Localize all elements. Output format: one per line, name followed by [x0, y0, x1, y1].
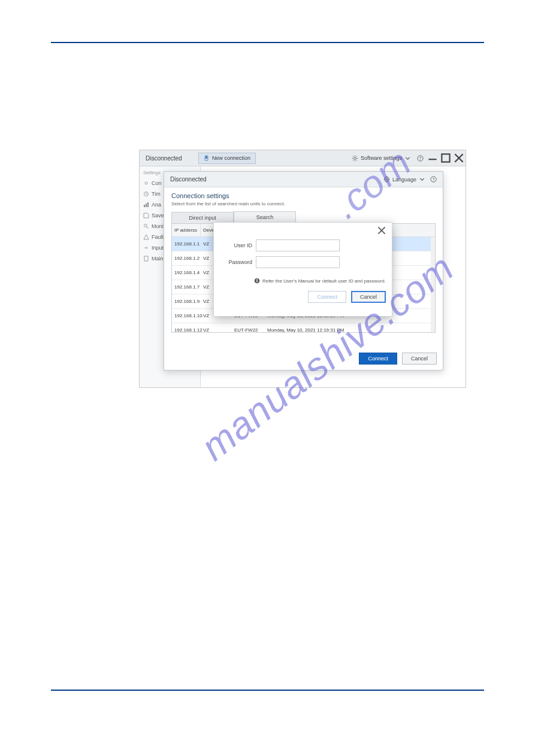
- page-rule-bottom: [51, 690, 484, 691]
- software-settings-menu[interactable]: Software settings: [348, 155, 415, 162]
- dialog-titlebar: Disconnected Language ?: [164, 172, 443, 187]
- chevron-down-icon: [419, 176, 425, 183]
- close-icon[interactable]: [377, 226, 386, 235]
- new-connection-button[interactable]: New connection: [198, 153, 256, 164]
- sidebar-item-label: Fault: [152, 234, 164, 240]
- cell-ip: 192.168.1.10: [172, 309, 201, 323]
- cell-eut: EUT-FW22: [232, 323, 265, 333]
- svg-rect-14: [442, 154, 449, 162]
- section-title: Connection settings: [171, 192, 436, 199]
- page-rule-top: [51, 42, 484, 43]
- chevron-down-icon: [404, 155, 411, 162]
- plug-icon: [143, 245, 149, 251]
- password-label: Password: [220, 259, 256, 265]
- device-icon: [143, 256, 149, 262]
- connect-button[interactable]: Connect: [359, 353, 397, 365]
- cell-ip: 192.168.1.1: [172, 237, 201, 251]
- sidebar-item-label: Ana: [152, 202, 161, 208]
- new-connection-label: New connection: [212, 155, 250, 161]
- device-icon: [204, 155, 210, 161]
- alert-icon: [143, 234, 149, 240]
- dialog-title: Disconnected: [170, 176, 207, 183]
- svg-line-9: [356, 156, 357, 156]
- svg-point-34: [256, 279, 258, 280]
- svg-text:?: ?: [433, 177, 435, 181]
- cell-ip: 192.168.1.7: [172, 280, 201, 294]
- connection-status: Disconnected: [140, 155, 197, 162]
- globe-icon: [383, 176, 390, 183]
- chart-icon: [143, 202, 149, 208]
- help-icon[interactable]: ?: [430, 176, 437, 183]
- cancel-button[interactable]: Cancel: [402, 353, 437, 365]
- cell-dt: Monday, May 10, 2021 12:19:31 PM: [265, 323, 436, 333]
- section-subtitle: Select from the list of searched main un…: [171, 201, 436, 207]
- svg-rect-20: [146, 204, 147, 207]
- svg-point-2: [354, 157, 356, 159]
- info-icon: [254, 278, 260, 284]
- close-button[interactable]: [452, 151, 466, 165]
- login-cancel-button[interactable]: Cancel: [351, 291, 386, 303]
- sidebar-item-label: Input: [152, 245, 164, 251]
- table-row[interactable]: 192.168.1.12 VZ EUT-FW22 Monday, May 10,…: [172, 323, 435, 333]
- cell-ip: 192.168.1.9: [172, 294, 201, 308]
- sidebar-item-label: Con: [152, 180, 162, 186]
- search-icon: [143, 223, 149, 229]
- gear-icon: [143, 180, 149, 186]
- titlebar: Disconnected New connection Software set…: [140, 150, 466, 166]
- sidebar-item-label: Tim: [152, 191, 161, 197]
- software-settings-label: Software settings: [361, 155, 402, 161]
- clock-icon: [143, 191, 149, 197]
- cell-ip: 192.168.1.12: [172, 323, 201, 333]
- sidebar-item-label: Monit: [152, 223, 165, 229]
- svg-point-17: [145, 182, 147, 184]
- user-id-input[interactable]: [256, 239, 340, 251]
- language-label: Language: [392, 177, 416, 183]
- svg-line-23: [147, 227, 149, 229]
- dialog-footer: Connect Cancel: [164, 347, 443, 370]
- cell-ip: 192.168.1.4: [172, 266, 201, 280]
- minimize-button[interactable]: [426, 151, 439, 165]
- svg-rect-1: [205, 156, 207, 159]
- svg-rect-24: [144, 256, 148, 261]
- svg-line-10: [353, 159, 353, 160]
- login-hint: Refer the User's Manual for default user…: [220, 278, 386, 284]
- login-connect-button[interactable]: Connect: [308, 291, 346, 303]
- sidebar-item-label: Save: [152, 212, 164, 218]
- scrollbar[interactable]: [431, 237, 435, 332]
- tab-search[interactable]: Search: [234, 211, 296, 223]
- login-dialog: User ID Password Refer the User's Manual…: [213, 222, 392, 317]
- input-tabs: Direct input Search: [171, 211, 436, 223]
- password-input[interactable]: [256, 256, 340, 268]
- svg-rect-33: [256, 280, 257, 283]
- cell-ip: 192.168.1.2: [172, 251, 201, 265]
- maximize-button[interactable]: [439, 151, 452, 165]
- user-id-label: User ID: [220, 242, 256, 248]
- col-ip[interactable]: IP adderss: [172, 224, 201, 236]
- login-hint-text: Refer the User's Manual for default user…: [262, 278, 386, 284]
- svg-rect-19: [144, 205, 145, 207]
- svg-line-8: [356, 159, 357, 160]
- help-icon[interactable]: ?: [417, 155, 424, 162]
- cell-dev: VZ: [201, 323, 232, 333]
- sidebar-item-label: Main: [152, 256, 164, 262]
- language-menu[interactable]: Language: [383, 176, 425, 183]
- gear-icon: [352, 155, 358, 162]
- svg-point-22: [144, 224, 147, 227]
- svg-text:?: ?: [419, 156, 422, 160]
- save-icon: [143, 212, 149, 218]
- svg-line-7: [353, 156, 353, 156]
- svg-rect-21: [147, 202, 149, 207]
- app-window: Disconnected New connection Software set…: [139, 150, 466, 388]
